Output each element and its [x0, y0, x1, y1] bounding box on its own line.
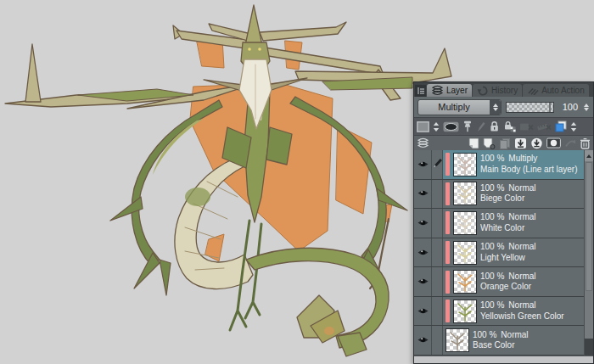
scroll-down-button[interactable]: [585, 339, 593, 356]
layer-opacity: 100 %: [480, 300, 504, 310]
layer-blend-mode: Normal: [508, 272, 535, 281]
visibility-toggle[interactable]: [414, 150, 432, 179]
visibility-toggle[interactable]: [414, 267, 432, 296]
trash-icon[interactable]: [580, 137, 591, 149]
layer-meta: 100 %NormalWhite Color: [480, 212, 581, 233]
layer-meta: 100 %NormalLight Yellow: [480, 242, 581, 263]
layer-blend-mode: Normal: [508, 242, 535, 251]
lock-transparent-pixels-icon[interactable]: [503, 120, 516, 132]
layer-panel: LayerHistoryAuto Action Multiply 100 100…: [413, 81, 594, 364]
layer-meta: 100 %NormalBase Color: [473, 330, 581, 351]
layer-opacity-mode: 100 %Normal: [480, 212, 581, 223]
layer-meta: 100 %NormalYellowish Green Color: [480, 300, 581, 322]
layers-stack-icon[interactable]: [417, 137, 429, 148]
layer-row-content[interactable]: 100 %NormalBase Color: [443, 326, 593, 355]
eye-icon: [417, 245, 429, 260]
layer-thumbnail[interactable]: [446, 328, 469, 352]
layer-list: 100 %MultiplyMain Body (Line art layer)1…: [414, 150, 593, 356]
layer-name: Main Body (Line art layer): [480, 165, 581, 176]
layer-mask-icon[interactable]: [546, 137, 561, 148]
duplicate-layer-icon: [499, 137, 511, 149]
new-raster-layer-icon[interactable]: [468, 137, 479, 149]
layer-meta: 100 %NormalBiege Color: [480, 183, 581, 204]
layer-row[interactable]: 100 %NormalOrange Color: [414, 267, 593, 297]
layer-thumbnail[interactable]: [453, 153, 477, 176]
editing-indicator: [432, 238, 443, 267]
layer-meta: 100 %NormalOrange Color: [480, 272, 581, 293]
blend-mode-spinner[interactable]: [490, 100, 501, 115]
layer-color-mark: [446, 153, 450, 176]
layer-row[interactable]: 100 %NormalWhite Color: [414, 209, 593, 238]
layer-settings-toolbar: [414, 117, 593, 136]
tab-history[interactable]: History: [473, 84, 522, 97]
layer-opacity-mode: 100 %Multiply: [480, 154, 581, 165]
tone-icon[interactable]: [443, 121, 459, 132]
layer-row-content[interactable]: 100 %NormalOrange Color: [443, 267, 593, 296]
lock-layer-icon[interactable]: [489, 120, 500, 132]
panel-tab-bar: LayerHistoryAuto Action: [414, 82, 593, 97]
history-icon: [477, 86, 489, 96]
visibility-toggle[interactable]: [414, 297, 432, 326]
scroll-up-icon[interactable]: [585, 150, 593, 161]
layer-name: Yellowish Green Color: [480, 311, 581, 322]
visibility-toggle[interactable]: [414, 326, 432, 355]
tab-layer[interactable]: Layer: [427, 84, 472, 97]
layer-thumbnail[interactable]: [453, 182, 477, 205]
paper-texture-swatch[interactable]: [417, 121, 429, 132]
tab-label: History: [491, 86, 518, 95]
tab-label: Layer: [446, 86, 468, 95]
layer-row[interactable]: 100 %NormalYellowish Green Color: [414, 297, 593, 327]
scrollbar-thumb[interactable]: [586, 162, 592, 291]
layer-color-icon[interactable]: [555, 120, 567, 132]
new-layer-settings-icon[interactable]: [483, 137, 496, 149]
panel-menu-button[interactable]: [415, 85, 426, 97]
layer-row-content[interactable]: 100 %NormalBiege Color: [443, 180, 593, 209]
blend-mode-value: Multiply: [418, 102, 490, 112]
panel-bottom-edge: [414, 356, 593, 363]
merge-down-icon[interactable]: [530, 137, 543, 149]
layer-name: Biege Color: [480, 193, 581, 204]
layer-thumbnail[interactable]: [453, 270, 477, 294]
layer-thumbnail[interactable]: [453, 241, 477, 265]
visibility-toggle[interactable]: [414, 180, 432, 209]
layer-color-mark: [446, 241, 450, 264]
layer-opacity-mode: 100 %Normal: [480, 300, 581, 311]
pen-icon: [432, 157, 443, 172]
layer-opacity: 100 %: [480, 242, 504, 251]
tab-label: Auto Action: [541, 86, 585, 95]
visibility-toggle[interactable]: [414, 209, 432, 238]
layer-thumbnail[interactable]: [453, 300, 477, 323]
layer-blend-mode: Normal: [508, 212, 535, 221]
tab-auto-action[interactable]: Auto Action: [523, 84, 589, 97]
blend-mode-select[interactable]: Multiply: [417, 99, 502, 115]
pin-icon[interactable]: [462, 120, 473, 132]
layer-row-content[interactable]: 100 %NormalLight Yellow: [443, 238, 593, 267]
layer-row-content[interactable]: 100 %NormalYellowish Green Color: [443, 297, 593, 326]
layer-commands-toolbar: [414, 136, 593, 150]
layer-opacity-mode: 100 %Normal: [480, 242, 581, 253]
layer-row-content[interactable]: 100 %NormalWhite Color: [443, 209, 593, 238]
layer-row[interactable]: 100 %MultiplyMain Body (Line art layer): [414, 150, 593, 180]
layer-blend-mode: Normal: [508, 183, 535, 193]
opacity-slider[interactable]: [506, 102, 554, 113]
eye-icon: [417, 216, 429, 231]
eye-icon: [417, 304, 429, 319]
layer-row[interactable]: 100 %NormalLight Yellow: [414, 238, 593, 268]
layer-color-spinner[interactable]: [570, 121, 577, 132]
visibility-toggle[interactable]: [414, 238, 432, 267]
layer-blend-mode: Multiply: [508, 154, 537, 163]
layer-row[interactable]: 100 %NormalBase Color: [414, 326, 593, 356]
layer-opacity: 100 %: [480, 154, 504, 163]
layer-thumbnail[interactable]: [453, 211, 477, 235]
layer-opacity: 100 %: [480, 183, 504, 193]
opacity-spinner[interactable]: [582, 104, 590, 111]
editing-indicator: [432, 297, 443, 326]
layer-row-content[interactable]: 100 %MultiplyMain Body (Line art layer): [443, 150, 593, 179]
layer-row[interactable]: 100 %NormalBiege Color: [414, 180, 593, 210]
transfer-down-icon[interactable]: [514, 137, 527, 149]
layer-opacity: 100 %: [473, 330, 496, 339]
layer-opacity: 100 %: [480, 272, 504, 281]
texture-spinner[interactable]: [433, 121, 440, 132]
layer-opacity-mode: 100 %Normal: [473, 330, 581, 341]
layer-list-scrollbar[interactable]: [584, 150, 593, 356]
